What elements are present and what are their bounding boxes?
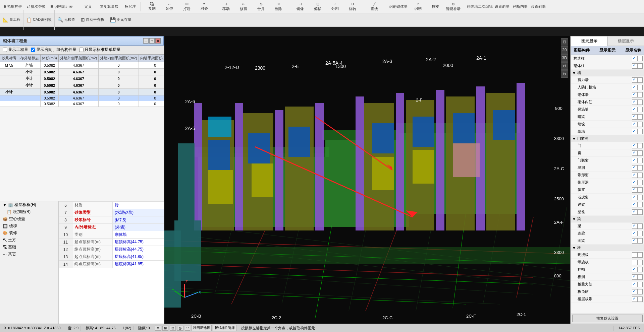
layer-show-checkbox[interactable] <box>632 282 637 287</box>
layer-name-checkbox[interactable] <box>637 231 643 236</box>
ele-store-btn[interactable]: 💾 图元存量 <box>109 15 133 24</box>
edit-note-btn[interactable]: 标尺注 <box>122 2 139 11</box>
layer-name-checkbox[interactable] <box>637 209 643 215</box>
viewport-3d[interactable]: 2-12-D 2-E 2A-5A-4 2A-3 2A-2 2A-1 2A-6 2… <box>164 36 570 324</box>
layer-name-checkbox[interactable] <box>637 289 643 294</box>
viewport-icon-zoom[interactable]: 20 <box>561 46 568 54</box>
trim-btn[interactable]: ✁修剪 <box>235 2 252 11</box>
layer-row-spiral-slab[interactable]: 螺旋板 <box>571 259 644 266</box>
tree-item-slab[interactable]: 📋 板加腋(B) <box>0 208 58 215</box>
line-btn[interactable]: ╱直线 <box>366 2 383 11</box>
layer-show-checkbox[interactable] <box>632 274 637 280</box>
layer-row-slab-rebar[interactable]: 板受力筋 <box>571 281 644 288</box>
layer-group-opening[interactable]: ▼ 门窗洞 <box>571 135 644 142</box>
mirror-btn[interactable]: ⊣镜像 <box>292 2 309 11</box>
show-room-checkbox[interactable]: 显示房间、组合构件量 <box>31 47 76 53</box>
layer-group-wall[interactable]: ▼ 墙 <box>571 70 644 76</box>
layer-show-checkbox[interactable] <box>632 114 637 120</box>
layer-row-lintel[interactable]: 过梁 <box>571 201 644 208</box>
table-row[interactable]: 小计0.50824.63670013.4193009.11 <box>0 89 164 95</box>
offset-btn[interactable]: ⊡偏移 <box>309 2 326 11</box>
tree-item-stairs[interactable]: 🔲 楼梯 <box>0 222 58 229</box>
layer-name-checkbox[interactable] <box>637 63 643 69</box>
tree-item-hollow[interactable]: 📦 空心楼盖 <box>0 215 58 222</box>
layer-row-floor-strip[interactable]: 楼层板带 <box>571 295 644 303</box>
layer-name-checkbox[interactable] <box>637 122 643 127</box>
layer-show-checkbox[interactable] <box>632 231 637 236</box>
table-row[interactable]: M7.5外墙0.50824.63670013.4193009.11 <box>0 62 164 69</box>
layer-show-checkbox[interactable] <box>632 267 637 272</box>
cad-identify-btn[interactable]: 📋 CAD识别项 <box>25 15 53 24</box>
prop-row[interactable]: 14 终点底标高(m) 层底标高(41.85) <box>59 261 164 268</box>
layer-row-cast-slab[interactable]: 现浇板 <box>571 251 644 259</box>
layer-row-cap[interactable]: 柱帽 <box>571 266 644 273</box>
layer-row-door[interactable]: 门 <box>571 142 644 149</box>
layer-name-checkbox[interactable] <box>637 85 643 90</box>
prop-row[interactable]: 12 终点顶标高(m) 层顶标高(44.75) <box>59 246 164 253</box>
qty-measure-btn[interactable]: 📐 量工程 <box>1 15 22 24</box>
restore-defaults-btn[interactable]: 恢复默认设置 <box>572 315 643 322</box>
layer-row-curtain[interactable]: 幕墙 <box>571 128 644 135</box>
layer-name-checkbox[interactable] <box>637 195 643 200</box>
tree-item-foundation[interactable]: 🏗 基础 <box>0 244 58 251</box>
layer-name-checkbox[interactable] <box>637 180 643 185</box>
layer-show-checkbox[interactable] <box>632 187 637 193</box>
split-inner-btn[interactable]: 列断内墙 <box>512 2 529 11</box>
layer-group-slab[interactable]: ▼ 板 <box>571 245 644 251</box>
layer-name-checkbox[interactable] <box>637 238 643 244</box>
layer-name-checkbox[interactable] <box>637 165 643 171</box>
move-btn[interactable]: ✛移动 <box>218 2 234 11</box>
layer-show-checkbox[interactable] <box>632 107 637 112</box>
polar-btn[interactable]: ◎ <box>177 326 183 331</box>
layer-group-beam[interactable]: ▼ 梁 <box>571 216 644 222</box>
layer-name-checkbox[interactable] <box>637 260 643 265</box>
layer-row-wall-lug[interactable]: 墙垛 <box>571 121 644 128</box>
layer-row-window[interactable]: 窗 <box>571 149 644 157</box>
ele-check-btn[interactable]: 🔍 元检查 <box>56 15 76 24</box>
layer-name-checkbox[interactable] <box>637 274 643 280</box>
prop-row[interactable]: 9 内/外墙标志 (外墙) <box>59 224 164 231</box>
prop-row[interactable]: 8 砂浆标号 (M7.5) <box>59 216 164 224</box>
viewport-icon-3d[interactable]: 3D <box>561 54 568 62</box>
layer-row-strip-window[interactable]: 带形窗 <box>571 172 644 179</box>
prop-row[interactable]: 10 类别 砌体墙 <box>59 231 164 239</box>
prop-row[interactable]: 7 砂浆类型 (水泥砂浆) <box>59 209 164 216</box>
layer-name-checkbox[interactable] <box>637 129 643 134</box>
layer-show-checkbox[interactable] <box>632 209 637 215</box>
layer-show-checkbox[interactable] <box>632 173 637 178</box>
table-row[interactable]: 小计0.50824.63670013.4193009.11 <box>0 69 164 75</box>
identify-masonry-btn[interactable]: 识别砌体墙 <box>388 2 409 11</box>
layer-name-checkbox[interactable] <box>637 202 643 207</box>
table-row[interactable]: 小计0.50824.63670013.4193009.11 <box>0 82 164 89</box>
layer-name-checkbox[interactable] <box>637 223 643 229</box>
layer-show-checkbox[interactable] <box>632 180 637 185</box>
layer-row-masonry-col[interactable]: 砌体柱 <box>571 62 644 70</box>
ortho-btn[interactable]: ⊞ <box>162 326 168 331</box>
prop-row[interactable]: 13 起点底标高(m) 层底标高(41.85) <box>59 253 164 261</box>
tab-element-display[interactable]: 图元显示 <box>571 36 607 46</box>
tab-floor-display[interactable]: 楼层显示 <box>607 36 644 46</box>
tree-item-other[interactable]: ⋯ 其它 <box>0 251 58 258</box>
viewport-icon-undo[interactable]: ↺ <box>561 62 568 70</box>
table-row[interactable]: 0.50824.63670013.4193009.11 <box>0 95 164 101</box>
layer-row-masonry-inner[interactable]: 砌体内筋 <box>571 98 644 106</box>
layer-show-checkbox[interactable] <box>632 260 637 265</box>
layer-row-neg-rebar[interactable]: 板负筋 <box>571 288 644 295</box>
show-qty-checkbox[interactable]: 显示工程量 <box>3 47 28 53</box>
layer-row-niche[interactable]: 壁龛 <box>571 208 644 216</box>
prop-row[interactable]: 6 材质 砖 <box>59 202 164 209</box>
layer-show-checkbox[interactable] <box>632 296 637 302</box>
layer-name-checkbox[interactable] <box>637 173 643 178</box>
prop-row[interactable]: 11 起点顶标高(m) 层顶标高(44.75) <box>59 239 164 246</box>
layer-row-shear[interactable]: 剪力墙 <box>571 76 644 84</box>
show-standard-checkbox[interactable]: 只显示标准层单层量 <box>79 47 121 53</box>
layer-show-checkbox[interactable] <box>632 150 637 156</box>
layer-name-checkbox[interactable] <box>637 107 643 112</box>
grid-btn[interactable]: ⊡ <box>170 326 176 331</box>
track-btn[interactable]: ∷ <box>185 326 190 331</box>
set-inner-btn[interactable]: 设置斜墙 <box>530 2 547 11</box>
layer-show-checkbox[interactable] <box>632 165 637 171</box>
divide-btn[interactable]: ÷分割 <box>327 2 343 11</box>
layer-show-checkbox[interactable] <box>632 202 637 207</box>
layer-row-strip-hole[interactable]: 带形洞 <box>571 179 644 186</box>
